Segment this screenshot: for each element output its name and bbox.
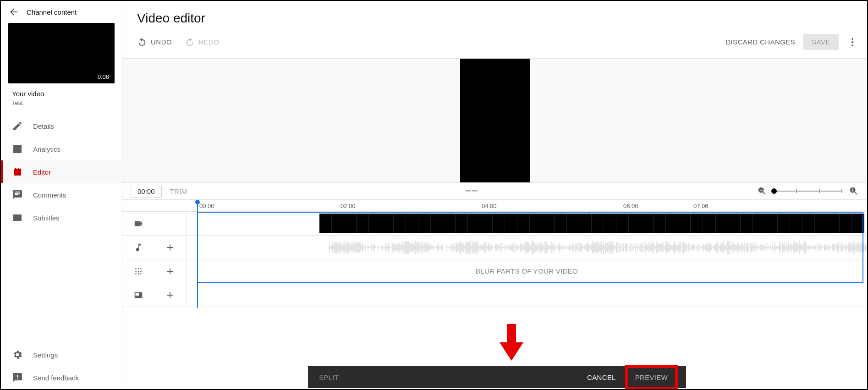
plus-icon[interactable]	[165, 266, 175, 276]
ruler-tick: 04:00	[482, 203, 497, 209]
sidebar-item-feedback[interactable]: Send feedback	[1, 366, 122, 389]
video-icon	[133, 219, 143, 229]
save-button: SAVE	[803, 34, 839, 50]
undo-icon	[137, 37, 147, 47]
sidebar-item-settings[interactable]: Settings	[1, 343, 122, 366]
ruler-tick: 00:00	[199, 203, 214, 209]
playback-row: 00:00 TRIM ══	[122, 182, 867, 200]
zoom-in-icon[interactable]	[849, 186, 859, 196]
sidebar-item-label: Editor	[33, 168, 51, 176]
svg-point-4	[137, 268, 139, 269]
svg-point-7	[137, 270, 139, 272]
sidebar-item-label: Comments	[33, 191, 66, 199]
redo-button[interactable]: REDO	[185, 37, 219, 47]
plus-icon[interactable]	[165, 290, 175, 300]
ruler-tick: 02:00	[341, 203, 356, 209]
sidebar-item-analytics[interactable]: Analytics	[1, 137, 122, 160]
trim-button[interactable]: TRIM	[170, 187, 187, 195]
svg-point-8	[140, 270, 142, 272]
split-button[interactable]: SPLIT	[319, 374, 339, 381]
time-ruler[interactable]: 00:00 02:00 04:00 06:00 07:06	[122, 200, 867, 212]
sidebar-item-editor[interactable]: Editor	[1, 160, 122, 183]
thumbnail-duration: 0:08	[95, 73, 112, 81]
feedback-icon	[12, 372, 23, 383]
video-preview[interactable]	[460, 59, 530, 182]
svg-point-3	[135, 268, 137, 269]
toolbar: UNDO REDO DISCARD CHANGES SAVE	[122, 26, 867, 58]
audio-track[interactable]	[122, 236, 867, 259]
sidebar-item-label: Subtitles	[33, 214, 60, 222]
blur-icon	[133, 266, 143, 276]
sidebar-item-label: Settings	[33, 351, 58, 359]
video-thumbnail[interactable]: 0:08	[8, 23, 115, 83]
blur-track-placeholder: BLUR PARTS OF YOUR VIDEO	[187, 267, 867, 275]
cancel-button[interactable]: CANCEL	[587, 374, 616, 381]
undo-label: UNDO	[151, 38, 172, 46]
ruler-tick: 07:06	[693, 203, 709, 209]
discard-changes-button[interactable]: DISCARD CHANGES	[725, 38, 795, 46]
preview-button[interactable]: PREVIEW	[628, 368, 675, 387]
svg-point-1	[852, 41, 853, 43]
svg-point-2	[852, 44, 853, 46]
undo-button[interactable]: UNDO	[137, 37, 172, 47]
page-title: Video editor	[137, 11, 852, 26]
gear-icon	[12, 349, 23, 360]
audio-waveform[interactable]	[329, 241, 868, 254]
back-arrow-icon[interactable]	[8, 6, 19, 17]
video-clip[interactable]	[319, 214, 864, 233]
svg-point-10	[137, 273, 139, 275]
timeline: 00:00 02:00 04:00 06:00 07:06	[122, 200, 867, 389]
blur-track[interactable]: BLUR PARTS OF YOUR VIDEO	[122, 259, 867, 283]
sidebar-item-details[interactable]: Details	[1, 115, 122, 137]
pencil-icon	[12, 121, 23, 132]
sidebar-item-label: Details	[33, 122, 54, 130]
your-video-label: Your video	[12, 90, 115, 98]
current-time-input[interactable]: 00:00	[131, 185, 162, 198]
zoom-slider[interactable]	[774, 191, 842, 192]
svg-point-11	[140, 273, 142, 275]
zoom-controls	[757, 186, 859, 196]
plus-icon[interactable]	[165, 242, 175, 253]
sidebar-item-comments[interactable]: Comments	[1, 183, 122, 206]
video-title: Test	[12, 99, 115, 106]
endscreen-track[interactable]	[122, 283, 867, 307]
ruler-tick: 06:00	[623, 203, 638, 209]
sidebar-item-label: Analytics	[33, 145, 60, 153]
sidebar-item-subtitles[interactable]: Subtitles	[1, 206, 122, 229]
video-preview-area	[122, 58, 867, 182]
trim-action-bar: SPLIT CANCEL PREVIEW	[308, 366, 686, 388]
svg-point-6	[135, 270, 137, 272]
music-icon	[133, 242, 143, 253]
zoom-out-icon[interactable]	[757, 186, 767, 196]
svg-point-5	[140, 268, 142, 269]
channel-content-label[interactable]: Channel content	[27, 8, 77, 16]
editor-icon	[12, 166, 23, 177]
subtitles-icon	[12, 212, 23, 223]
sidebar: Channel content 0:08 Your video Test Det…	[1, 1, 122, 389]
svg-point-9	[135, 273, 137, 275]
comments-icon	[12, 189, 23, 200]
endscreen-icon	[133, 290, 143, 300]
analytics-icon	[12, 143, 23, 154]
video-track[interactable]	[122, 212, 867, 236]
annotation-arrow	[500, 324, 523, 363]
redo-icon	[185, 37, 195, 47]
redo-label: REDO	[198, 38, 219, 46]
more-options-icon[interactable]	[847, 37, 858, 48]
main-panel: Video editor UNDO REDO DISCARD CHANGES S…	[122, 1, 867, 389]
playhead[interactable]	[197, 203, 198, 308]
sidebar-item-label: Send feedback	[33, 374, 79, 382]
panel-drag-handle[interactable]: ══	[466, 187, 479, 195]
svg-point-0	[852, 38, 853, 40]
